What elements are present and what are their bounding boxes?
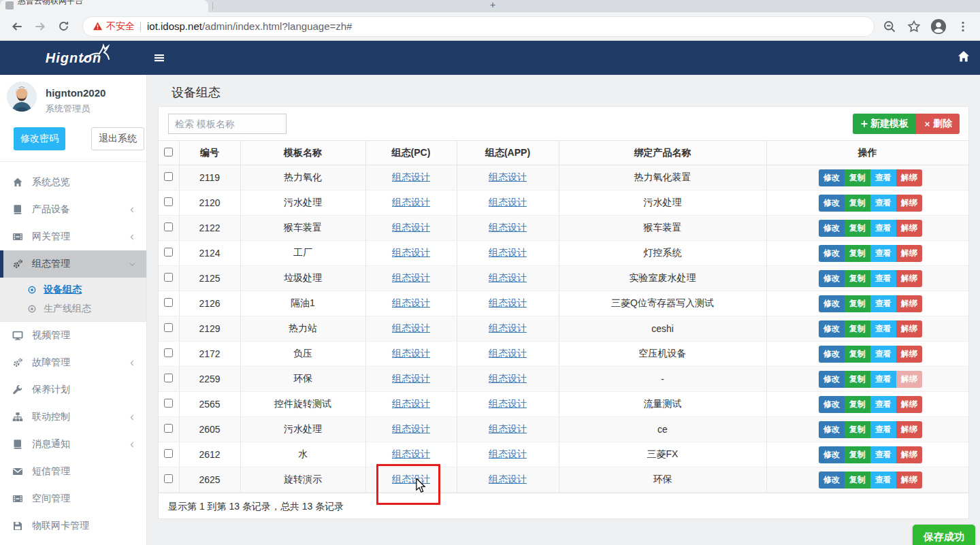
modify-action-button[interactable]: 修改 [819,446,845,463]
modify-action-button[interactable]: 修改 [819,472,845,489]
copy-action-button[interactable]: 复制 [845,446,870,463]
logout-button[interactable]: 退出系统 [91,127,144,150]
sidebar-subitem-line-config[interactable]: 生产线组态 [0,299,146,318]
config-pc-link[interactable]: 组态设计 [392,272,430,283]
config-pc-link[interactable]: 组态设计 [392,448,430,459]
copy-action-button[interactable]: 复制 [845,270,870,287]
config-pc-link[interactable]: 组态设计 [392,423,430,434]
view-action-button[interactable]: 查看 [870,371,896,388]
modify-action-button[interactable]: 修改 [819,169,845,186]
row-checkbox[interactable] [164,399,173,408]
config-app-link[interactable]: 组态设计 [489,398,527,409]
unbind-action-button[interactable]: 解绑 [896,320,922,337]
config-pc-link[interactable]: 组态设计 [392,222,430,233]
unbind-action-button[interactable]: 解绑 [896,270,922,287]
row-checkbox[interactable] [164,172,173,181]
modify-action-button[interactable]: 修改 [819,270,845,287]
config-app-link[interactable]: 组态设计 [489,222,527,233]
row-checkbox[interactable] [164,374,173,382]
bookmark-star-icon[interactable] [905,18,923,35]
config-app-link[interactable]: 组态设计 [489,272,527,283]
security-warning-label[interactable]: 不安全 [106,20,135,33]
modify-action-button[interactable]: 修改 [819,421,845,438]
config-app-link[interactable]: 组态设计 [489,297,527,308]
row-checkbox[interactable] [164,449,173,458]
config-app-link[interactable]: 组态设计 [489,171,527,182]
zoom-out-icon[interactable] [881,18,898,35]
copy-action-button[interactable]: 复制 [845,346,870,363]
view-action-button[interactable]: 查看 [870,421,896,438]
config-app-link[interactable]: 组态设计 [489,348,527,359]
copy-action-button[interactable]: 复制 [845,371,870,388]
modify-action-button[interactable]: 修改 [819,295,845,312]
unbind-action-button[interactable]: 解绑 [896,446,922,463]
row-checkbox[interactable] [164,348,173,357]
config-app-link[interactable]: 组态设计 [489,247,527,258]
search-input[interactable] [168,114,287,134]
row-checkbox[interactable] [164,248,173,257]
view-action-button[interactable]: 查看 [870,245,896,262]
copy-action-button[interactable]: 复制 [845,169,870,186]
sidebar-item-iot-card-mgmt[interactable]: 物联网卡管理 [0,512,146,540]
modify-action-button[interactable]: 修改 [819,371,845,388]
unbind-action-button[interactable]: 解绑 [896,421,922,438]
config-app-link[interactable]: 组态设计 [489,373,527,384]
home-button[interactable] [957,50,970,63]
copy-action-button[interactable]: 复制 [845,295,870,312]
row-checkbox[interactable] [164,273,173,282]
sidebar-toggle-button[interactable] [154,41,181,75]
row-checkbox[interactable] [164,424,173,433]
sidebar-item-fault-mgmt[interactable]: 故障管理 [0,349,146,376]
config-app-link[interactable]: 组态设计 [489,197,527,208]
config-pc-link[interactable]: 组态设计 [392,373,430,384]
browser-menu-icon[interactable] [954,18,972,35]
change-password-button[interactable]: 修改密码 [14,127,65,150]
config-app-link[interactable]: 组态设计 [489,474,527,484]
forward-button[interactable] [30,16,50,37]
view-action-button[interactable]: 查看 [870,472,896,489]
modify-action-button[interactable]: 修改 [819,220,845,237]
modify-action-button[interactable]: 修改 [819,346,845,363]
sidebar-item-linkage-control[interactable]: 联动控制 [0,403,146,431]
config-app-link[interactable]: 组态设计 [489,423,527,434]
new-tab-button[interactable]: + [490,0,495,10]
unbind-action-button[interactable]: 解绑 [896,169,922,186]
sidebar-item-sms-mgmt[interactable]: 短信管理 [0,458,146,485]
reload-button[interactable] [53,16,74,37]
unbind-action-button[interactable]: 解绑 [896,371,922,388]
new-template-button[interactable]: 新建模板 [853,114,916,134]
config-pc-link[interactable]: 组态设计 [392,247,430,258]
config-pc-link[interactable]: 组态设计 [392,398,430,409]
copy-action-button[interactable]: 复制 [845,421,870,438]
browser-tab[interactable]: 惠普云物联网平台 [0,0,208,12]
sidebar-item-maintenance-plan[interactable]: 保养计划 [0,376,146,403]
delete-button[interactable]: 删除 [916,114,960,134]
modify-action-button[interactable]: 修改 [819,396,845,413]
modify-action-button[interactable]: 修改 [819,320,845,337]
browser-profile-icon[interactable] [930,18,947,35]
view-action-button[interactable]: 查看 [870,446,896,463]
config-app-link[interactable]: 组态设计 [489,323,527,333]
copy-action-button[interactable]: 复制 [845,320,870,337]
config-pc-link[interactable]: 组态设计 [392,474,430,484]
sidebar-item-gateway-mgmt[interactable]: 网关管理 [0,223,146,250]
sidebar-item-message-notify[interactable]: 消息通知 [0,431,146,458]
view-action-button[interactable]: 查看 [870,169,896,186]
modify-action-button[interactable]: 修改 [819,245,845,262]
row-checkbox[interactable] [164,222,173,231]
unbind-action-button[interactable]: 解绑 [896,195,922,212]
view-action-button[interactable]: 查看 [870,270,896,287]
copy-action-button[interactable]: 复制 [845,220,870,237]
row-checkbox[interactable] [164,197,173,206]
unbind-action-button[interactable]: 解绑 [896,295,922,312]
copy-action-button[interactable]: 复制 [845,472,870,489]
row-checkbox[interactable] [164,298,173,307]
modify-action-button[interactable]: 修改 [819,195,845,212]
copy-action-button[interactable]: 复制 [845,245,870,262]
unbind-action-button[interactable]: 解绑 [896,396,922,413]
sidebar-item-space-mgmt[interactable]: 空间管理 [0,485,146,512]
config-app-link[interactable]: 组态设计 [489,448,527,459]
view-action-button[interactable]: 查看 [870,220,896,237]
view-action-button[interactable]: 查看 [870,320,896,337]
row-checkbox[interactable] [164,474,173,483]
